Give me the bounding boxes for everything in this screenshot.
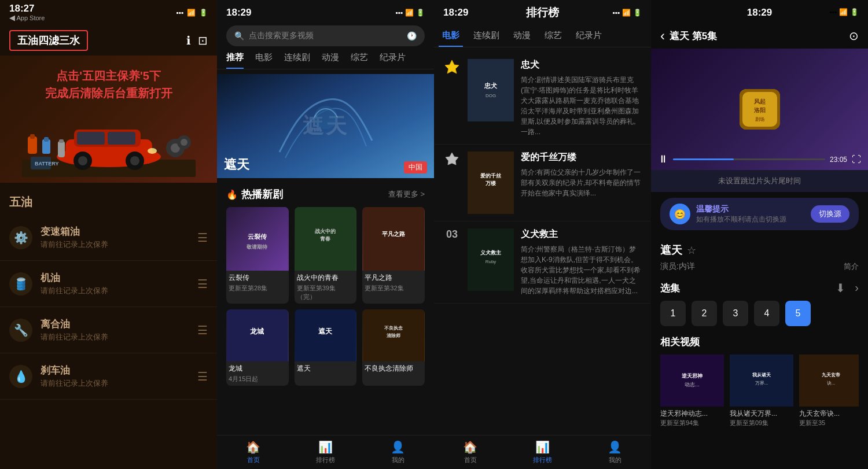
intro-button[interactable]: 简介 [844, 261, 859, 272]
rank-item-2[interactable]: 03 义犬救主 Ruby 义犬救主 简介:州警察局（格兰特·古斯汀饰）梦想加入K… [434, 221, 651, 304]
rank-tab-variety[interactable]: 综艺 [541, 25, 565, 47]
drama-card-0[interactable]: 云裂传 敬请期待 云裂传 更新至第28集 [226, 207, 289, 304]
svg-rect-21 [58, 141, 65, 157]
btab-home-p3[interactable]: 🏠 首页 [434, 435, 506, 469]
tab-variety[interactable]: 综艺 [351, 52, 368, 69]
drama-name-2: 平凡之路 [362, 271, 425, 284]
player-title-text: 遮天 第5集 [670, 29, 717, 43]
rank-tab-anime[interactable]: 动漫 [510, 25, 534, 47]
tab-series[interactable]: 连续剧 [284, 52, 310, 69]
oil-icon-0: ⚙️ [9, 226, 32, 249]
search-bar[interactable]: 🔍 点击搜索更多视频 🕐 [226, 25, 425, 46]
tab-recommend[interactable]: 推荐 [226, 52, 244, 69]
svg-rect-34 [295, 309, 356, 361]
related-name-0: 逆天邪神动志... [660, 409, 724, 419]
status-icons-p1: ▪▪▪ 📶 🔋 [176, 9, 208, 17]
drama-row-1: 云裂传 敬请期待 云裂传 更新至第28集 战火中的 青春 战火中的青春 更新至第… [217, 207, 434, 304]
tab-anime[interactable]: 动漫 [322, 52, 339, 69]
btab-rank-p3[interactable]: 📊 排行榜 [506, 435, 579, 469]
ep-btn-3[interactable]: 3 [723, 301, 748, 326]
drama-card-4[interactable]: 遮天 遮天 [295, 309, 357, 386]
btab-mine-p3[interactable]: 👤 我的 [579, 435, 651, 469]
panel1-title[interactable]: 五油四滤三水 [9, 30, 88, 51]
download-icon[interactable]: ⬇ [836, 281, 845, 295]
drama-img-3: 龙城 [227, 309, 288, 361]
progress-bar[interactable] [673, 158, 825, 160]
rank-tab-doc[interactable]: 纪录片 [572, 25, 605, 47]
oil-item-2[interactable]: 🔧 离合油 请前往记录上次保养 ☰ [0, 307, 217, 353]
related-img-0: 逆天邪神 动志... [660, 354, 724, 407]
btab-home-label-p3: 首页 [464, 456, 477, 464]
hero-banner[interactable]: 遮天 遮天 中国 [217, 74, 434, 178]
drama-card-2[interactable]: 平凡之路 平凡之路 更新至第32集 [362, 207, 425, 304]
svg-text:万界...: 万界... [755, 381, 768, 386]
share-icon[interactable]: ⊡ [198, 34, 208, 47]
drama-card-5[interactable]: 不良执念 清除师 不良执念清除师 [362, 309, 425, 386]
btab-mine-p2[interactable]: 👤 我的 [362, 435, 434, 469]
related-name-2: 九天玄帝诀... [799, 409, 859, 419]
play-button[interactable]: ⏸ [658, 153, 668, 165]
rank-item-1[interactable]: 爱的千丝 万缕 爱的千丝万缕 简介:有两位父亲的十几岁少年制作了一部有关双亲的纪… [434, 145, 651, 221]
related-ep-2: 更新至35 [799, 419, 859, 427]
svg-rect-55 [660, 354, 724, 407]
rank-info-0: 忠犬 简介:剧情讲述美国陆军游骑兵布里克(宣宁·塔图姆饰)的任务是将比利时牧羊犬… [521, 59, 642, 137]
oil-sub-3: 请前往记录上次保养 [41, 378, 197, 389]
drama-name-5: 不良执念清除师 [362, 361, 425, 375]
back-button[interactable]: ‹ [660, 28, 665, 44]
oil-info-1: 机油 请前往记录上次保养 [41, 271, 197, 296]
svg-text:义犬救主: 义犬救主 [480, 249, 502, 256]
related-card-1[interactable]: 我从诸天 万界... 我从诸天万界... 更新至第09集 [730, 354, 793, 427]
oil-info-2: 离合油 请前往记录上次保养 [41, 317, 197, 342]
oil-item-3[interactable]: 💧 刹车油 请前往记录上次保养 ☰ [0, 353, 217, 400]
related-card-0[interactable]: 逆天邪神 动志... 逆天邪神动志... 更新至第94集 [660, 354, 724, 427]
tab-documentary[interactable]: 纪录片 [380, 52, 406, 69]
ep-actions: ⬇ › [836, 281, 859, 295]
switch-source-button[interactable]: 切换源 [811, 205, 849, 223]
oil-menu-icon-3[interactable]: ☰ [197, 370, 208, 383]
svg-text:我从诸天: 我从诸天 [752, 372, 771, 378]
drama-ep-3: 4月15日起 [226, 375, 289, 386]
ep-btn-5[interactable]: 5 [785, 301, 811, 326]
rank-tab-movie[interactable]: 电影 [439, 25, 463, 47]
oil-menu-icon-2[interactable]: ☰ [197, 323, 208, 337]
panel1-banner: 点击'五四主保养'5下 完成后清除后台重新打开 [0, 56, 217, 183]
battery-icon-p2: 🔋 [416, 9, 425, 17]
drama-img-1: 战火中的 青春 [295, 207, 356, 271]
info-icon[interactable]: ℹ [186, 34, 191, 47]
rank-item-0[interactable]: 忠犬 DOG 忠犬 简介:剧情讲述美国陆军游骑兵布里克(宣宁·塔图姆饰)的任务是… [434, 52, 651, 145]
svg-text:忠犬: 忠犬 [484, 82, 498, 89]
search-left: 🔍 点击搜索更多视频 [234, 31, 314, 41]
oil-item-0[interactable]: ⚙️ 变速箱油 请前往记录上次保养 ☰ [0, 215, 217, 261]
ep-btn-2[interactable]: 2 [692, 301, 717, 326]
drama-card-3[interactable]: 龙城 龙城 4月15日起 [226, 309, 289, 386]
btab-rank-p2[interactable]: 📊 排行榜 [289, 435, 362, 469]
rank-thumb-2: 义犬救主 Ruby [468, 228, 514, 291]
rank-num-2: 03 [443, 228, 461, 241]
tab-movie[interactable]: 电影 [255, 52, 273, 69]
rank-desc-0: 简介:剧情讲述美国陆军游骑兵布里克(宣宁·塔图姆饰)的任务是将比利时牧羊犬大露露… [521, 75, 642, 137]
svg-marker-39 [445, 60, 459, 73]
expand-icon[interactable]: › [855, 281, 859, 295]
battery-icon-p3: 🔋 [633, 9, 642, 17]
svg-point-10 [148, 148, 157, 154]
more-link[interactable]: 查看更多 > [388, 189, 425, 200]
oil-sub-2: 请前往记录上次保养 [41, 332, 197, 342]
ep-btn-4[interactable]: 4 [754, 301, 779, 326]
related-card-2[interactable]: 九天玄帝 诀... 九天玄帝诀... 更新至35 [799, 354, 859, 427]
oil-menu-icon-1[interactable]: ☰ [197, 277, 208, 291]
app-store-link[interactable]: ◀ App Store [9, 14, 45, 22]
star-icon[interactable]: ☆ [687, 244, 696, 257]
drama-card-1[interactable]: 战火中的 青春 战火中的青春 更新至第39集（完） [295, 207, 357, 304]
btab-home-p2[interactable]: 🏠 首页 [217, 435, 289, 469]
oil-section-title: 五油 [0, 183, 217, 215]
time-p1: 18:27 [9, 3, 45, 14]
oil-menu-icon-0[interactable]: ☰ [197, 231, 208, 245]
hero-decoration [268, 83, 384, 169]
svg-text:青春: 青春 [320, 236, 331, 242]
ep-header: 选集 ⬇ › [660, 281, 859, 295]
settings-icon[interactable]: ⊙ [849, 29, 859, 43]
fullscreen-button[interactable]: ⛶ [852, 154, 861, 165]
oil-item-1[interactable]: 🛢️ 机油 请前往记录上次保养 ☰ [0, 261, 217, 307]
ep-btn-1[interactable]: 1 [660, 301, 686, 326]
rank-tab-series[interactable]: 连续剧 [470, 25, 503, 47]
